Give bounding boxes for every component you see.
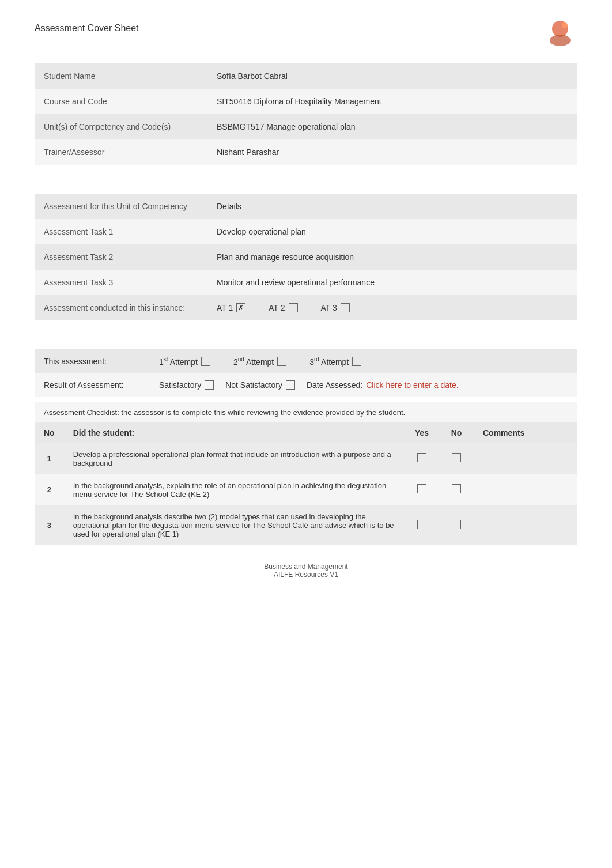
checklist-yes-2[interactable] [405,505,439,545]
checklist-no-2[interactable] [439,505,474,545]
attempt-label: This assessment: [35,349,150,373]
checklist-comments-1 [474,474,577,505]
conducted-label: Assessment conducted in this instance: [35,295,207,320]
checklist-comments-2 [474,505,577,545]
conducted-row: Assessment conducted in this instance: A… [35,295,577,320]
info-value-0: Sofía Barbot Cabral [207,63,577,89]
attempt1-item: 1st Attempt [159,356,210,367]
header: Assessment Cover Sheet [35,17,577,52]
checklist-yes-1[interactable] [405,474,439,505]
not-satisfactory-label: Not Satisfactory [225,380,282,390]
attempt-section-table: This assessment: 1st Attempt 2nd Attempt… [35,349,577,397]
col-yes: Yes [405,422,439,443]
at-row: AT 1 AT 2 AT 3 [217,303,568,312]
info-label-1: Course and Code [35,89,207,114]
task1-label: Assessment Task 1 [35,219,207,244]
task-row-2: Assessment Task 2 Plan and manage resour… [35,244,577,270]
result-row: Result of Assessment: Satisfactory Not S… [35,373,577,397]
at3-item: AT 3 [321,303,350,312]
info-row-3: Trainer/AssessorNishant Parashar [35,139,577,165]
at3-checkbox[interactable] [341,303,350,312]
checklist-num-1: 2 [35,474,64,505]
at1-item: AT 1 [217,303,245,312]
attempt2-label: 2nd Attempt [233,356,274,367]
attempt-options: 1st Attempt 2nd Attempt 3rd Attempt [150,349,577,373]
attempt3-label: 3rd Attempt [309,356,349,367]
col-did: Did the student: [64,422,405,443]
attempt-row: This assessment: 1st Attempt 2nd Attempt… [35,349,577,373]
checklist-no-1[interactable] [439,474,474,505]
checklist-desc-1: In the background analysis, explain the … [64,474,405,505]
info-label-0: Student Name [35,63,207,89]
date-value[interactable]: Click here to enter a date. [366,380,458,390]
tasks-header-label: Assessment for this Unit of Competency [35,194,207,219]
date-assessed-item: Date Assessed: Click here to enter a dat… [307,380,459,390]
attempt1-label: 1st Attempt [159,356,198,367]
checklist-yes-0[interactable] [405,443,439,474]
info-value-3: Nishant Parashar [207,139,577,165]
result-value: Satisfactory Not Satisfactory Date Asses… [150,373,577,397]
info-row-1: Course and CodeSIT50416 Diploma of Hospi… [35,89,577,114]
page: Assessment Cover Sheet Student NameSofía… [0,0,612,868]
info-value-1: SIT50416 Diploma of Hospitality Manageme… [207,89,577,114]
logo-icon [543,17,577,52]
checklist-no-0[interactable] [439,443,474,474]
checklist-desc-0: Develop a professional operational plan … [64,443,405,474]
yes-checkbox-2[interactable] [417,520,426,529]
attempt2-item: 2nd Attempt [233,356,286,367]
task2-label: Assessment Task 2 [35,244,207,270]
at3-label: AT 3 [321,303,337,312]
task-row-1: Assessment Task 1 Develop operational pl… [35,219,577,244]
page-title: Assessment Cover Sheet [35,17,139,33]
attempt3-checkbox[interactable] [352,357,361,366]
info-label-2: Unit(s) of Competency and Code(s) [35,114,207,139]
not-satisfactory-item: Not Satisfactory [225,380,295,390]
svg-point-1 [550,35,571,46]
info-table: Student NameSofía Barbot CabralCourse an… [35,63,577,165]
col-no: No [35,422,64,443]
no-checkbox-1[interactable] [452,484,461,493]
svg-point-2 [562,22,568,28]
checklist-note: Assessment Checklist: the assessor is to… [35,402,577,422]
tasks-table: Assessment for this Unit of Competency D… [35,194,577,320]
info-value-2: BSBMGT517 Manage operational plan [207,114,577,139]
info-row-2: Unit(s) of Competency and Code(s)BSBMGT5… [35,114,577,139]
satisfactory-label: Satisfactory [159,380,201,390]
attempt3-item: 3rd Attempt [309,356,361,367]
checklist-desc-2: In the background analysis describe two … [64,505,405,545]
col-comments: Comments [474,422,577,443]
footer-line1: Business and Management [35,563,577,571]
task1-value: Develop operational plan [207,219,577,244]
at2-item: AT 2 [269,303,297,312]
checklist-header-row: No Did the student: Yes No Comments [35,422,577,443]
checklist-row-2: 3In the background analysis describe two… [35,505,577,545]
checklist-row-0: 1Develop a professional operational plan… [35,443,577,474]
attempt1-checkbox[interactable] [201,357,210,366]
tasks-header-row: Assessment for this Unit of Competency D… [35,194,577,219]
col-no-label: No [439,422,474,443]
yes-checkbox-0[interactable] [417,453,426,462]
info-label-3: Trainer/Assessor [35,139,207,165]
at2-label: AT 2 [269,303,285,312]
attempt2-checkbox[interactable] [277,357,286,366]
at2-checkbox[interactable] [289,303,298,312]
conducted-value: AT 1 AT 2 AT 3 [207,295,577,320]
at1-checkbox[interactable] [236,303,245,312]
no-checkbox-2[interactable] [452,520,461,529]
info-row-0: Student NameSofía Barbot Cabral [35,63,577,89]
task3-value: Monitor and review operational performan… [207,270,577,295]
satisfactory-checkbox[interactable] [205,380,214,390]
date-label: Date Assessed: [307,380,362,390]
task3-label: Assessment Task 3 [35,270,207,295]
footer-line2: AILFE Resources V1 [35,571,577,579]
checklist-num-0: 1 [35,443,64,474]
no-checkbox-0[interactable] [452,453,461,462]
checklist-num-2: 3 [35,505,64,545]
not-satisfactory-checkbox[interactable] [286,380,295,390]
result-label: Result of Assessment: [35,373,150,397]
yes-checkbox-1[interactable] [417,484,426,493]
checklist-row-1: 2In the background analysis, explain the… [35,474,577,505]
task2-value: Plan and manage resource acquisition [207,244,577,270]
task-row-3: Assessment Task 3 Monitor and review ope… [35,270,577,295]
checklist-comments-0 [474,443,577,474]
